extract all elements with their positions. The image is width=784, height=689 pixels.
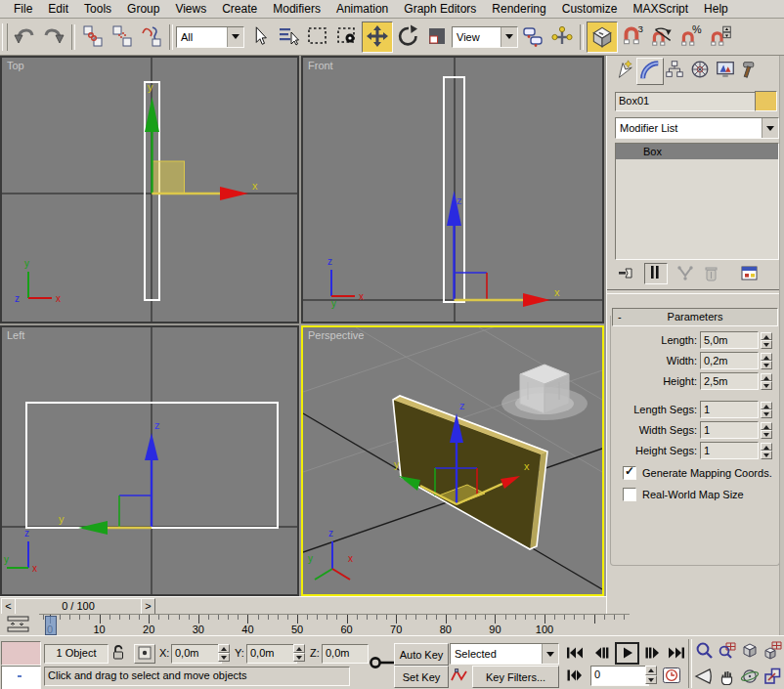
zoom-all-button[interactable]	[716, 639, 738, 664]
use-center-button[interactable]	[518, 22, 547, 52]
select-by-name-button[interactable]	[274, 22, 303, 52]
height-segs-spinner[interactable]	[761, 443, 772, 459]
bind-to-space-warp-button[interactable]	[137, 22, 166, 52]
undo-button[interactable]	[10, 22, 39, 52]
rectangular-selection-region-button[interactable]	[303, 22, 332, 52]
field-of-view-button[interactable]	[692, 665, 715, 689]
key-mode-toggle[interactable]	[564, 666, 586, 686]
previous-frame-button[interactable]	[590, 643, 612, 664]
time-slider-handle[interactable]: 0 / 100	[15, 598, 142, 615]
menu-views[interactable]: Views	[167, 1, 214, 17]
length-spinner[interactable]	[761, 332, 772, 349]
time-slider-forward-button[interactable]: >	[141, 598, 155, 615]
arc-rotate-button[interactable]	[738, 665, 761, 689]
time-slider-back-button[interactable]: <	[1, 598, 16, 615]
select-and-rotate-button[interactable]	[393, 22, 422, 52]
length-field[interactable]: 5,0m	[700, 331, 759, 349]
selection-lock-toggle[interactable]	[109, 643, 128, 665]
current-frame-field[interactable]: 0	[590, 666, 649, 686]
viewport-top-label[interactable]: Top	[7, 60, 24, 71]
object-name-field[interactable]: Box01	[615, 92, 756, 111]
y-spinner[interactable]	[293, 644, 305, 662]
height-spinner[interactable]	[761, 373, 772, 390]
keyboard-shortcut-override-toggle[interactable]	[587, 22, 618, 53]
menu-tools[interactable]: Tools	[76, 1, 119, 17]
absolute-offset-toggle[interactable]	[134, 644, 155, 664]
select-and-link-button[interactable]	[78, 22, 108, 52]
maximize-viewport-toggle[interactable]	[761, 665, 783, 689]
zoom-extents-button[interactable]	[738, 639, 761, 664]
generate-mapping-checkbox[interactable]	[623, 466, 636, 480]
menu-help[interactable]: Help	[696, 1, 736, 17]
spinner-snap-toggle[interactable]	[706, 22, 735, 52]
tab-modify[interactable]	[636, 58, 664, 85]
tab-hierarchy[interactable]	[662, 58, 687, 83]
object-color-swatch[interactable]	[755, 91, 777, 111]
pan-button[interactable]	[716, 665, 738, 689]
length-segs-spinner[interactable]	[761, 402, 772, 418]
select-and-move-button[interactable]	[362, 22, 393, 53]
tab-create[interactable]	[611, 58, 636, 83]
show-end-result-button[interactable]	[644, 263, 668, 284]
tab-motion[interactable]	[687, 58, 713, 83]
viewport-front-label[interactable]: Front	[308, 60, 333, 71]
select-object-button[interactable]	[244, 22, 274, 52]
reference-coordinate-system-dropdown[interactable]: View	[452, 26, 518, 48]
length-segs-field[interactable]: 1	[700, 401, 759, 418]
next-frame-button[interactable]	[642, 643, 664, 664]
dropdown-arrow-icon[interactable]	[227, 27, 243, 47]
track-bar-ruler[interactable]: 0 10 20 30 40 50 60 70 80 90 100	[39, 614, 630, 636]
key-mode-dropdown[interactable]: Selected	[450, 643, 559, 665]
width-segs-spinner[interactable]	[761, 422, 772, 439]
play-button[interactable]	[615, 642, 639, 665]
y-coordinate-field[interactable]: 0,0m	[246, 644, 297, 664]
menu-customize[interactable]: Customize	[554, 1, 626, 17]
height-field[interactable]: 2,5m	[700, 372, 759, 390]
tab-utilities[interactable]	[738, 58, 763, 83]
menu-rendering[interactable]: Rendering	[484, 1, 553, 17]
go-to-end-button[interactable]	[666, 643, 687, 664]
key-filters-button[interactable]: Key Filters...	[472, 666, 559, 688]
maxscript-listener-pane[interactable]	[1, 666, 41, 689]
tab-display[interactable]	[713, 58, 738, 83]
menu-edit[interactable]: Edit	[40, 1, 76, 17]
dropdown-arrow-icon[interactable]	[762, 118, 778, 138]
auto-key-button[interactable]: Auto Key	[394, 643, 449, 666]
stack-item-box[interactable]: Box	[616, 144, 778, 159]
zoom-extents-all-button[interactable]	[761, 639, 783, 664]
zoom-button[interactable]	[692, 639, 715, 664]
percent-snap-toggle[interactable]: %	[676, 22, 706, 52]
macro-recorder-pane[interactable]	[1, 641, 41, 666]
default-key-tangent-button[interactable]	[450, 666, 469, 686]
viewport-left[interactable]: Left z y z y x	[0, 325, 299, 596]
dropdown-arrow-icon[interactable]	[501, 27, 517, 47]
mini-curve-editor-button[interactable]	[6, 616, 31, 635]
track-bar-frame-marker[interactable]	[45, 616, 57, 635]
frame-spinner[interactable]	[645, 666, 657, 684]
menu-file[interactable]: File	[6, 1, 40, 17]
menu-graph-editors[interactable]: Graph Editors	[396, 1, 484, 17]
go-to-start-button[interactable]	[564, 643, 586, 664]
make-unique-button[interactable]	[675, 264, 695, 285]
modifier-list-dropdown[interactable]: Modifier List	[615, 117, 779, 139]
z-coordinate-field[interactable]: 0,0m	[322, 644, 369, 664]
angle-snap-toggle[interactable]	[647, 22, 676, 52]
select-and-scale-button[interactable]	[422, 22, 452, 52]
menu-maxscript[interactable]: MAXScript	[625, 1, 696, 17]
dropdown-arrow-icon[interactable]	[542, 644, 558, 664]
menu-modifiers[interactable]: Modifiers	[265, 1, 328, 17]
toolbar-grip[interactable]	[2, 23, 8, 51]
width-field[interactable]: 0,2m	[700, 352, 759, 369]
viewport-perspective[interactable]: Perspective	[301, 325, 604, 596]
x-coordinate-field[interactable]: 0,0m	[171, 644, 222, 664]
menu-group[interactable]: Group	[119, 1, 167, 17]
width-spinner[interactable]	[761, 353, 772, 369]
viewport-left-label[interactable]: Left	[7, 329, 24, 341]
window-crossing-toggle[interactable]	[332, 22, 362, 52]
select-and-manipulate-button[interactable]	[547, 22, 577, 52]
redo-button[interactable]	[39, 22, 68, 52]
viewport-front[interactable]: Front z x z x y	[301, 56, 604, 323]
snap-toggle-button[interactable]: 3	[618, 22, 647, 52]
unlink-selection-button[interactable]	[108, 22, 137, 52]
selection-filter-dropdown[interactable]: All	[176, 26, 244, 48]
